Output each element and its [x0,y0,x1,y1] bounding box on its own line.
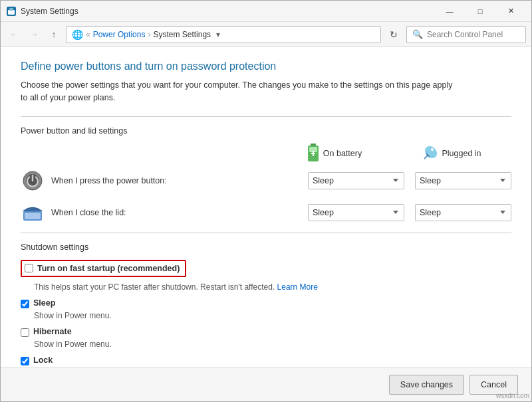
cancel-button[interactable]: Cancel [469,375,518,395]
lid-dropdowns: Sleep Do nothing Hibernate Shut down Tur… [308,204,511,221]
lid-row: When I close the lid: Sleep Do nothing H… [21,201,511,225]
search-input[interactable] [427,30,527,39]
lid-plugged-dropdown[interactable]: Sleep Do nothing Hibernate Shut down Tur… [415,204,511,221]
learn-more-link[interactable]: Learn More [277,282,318,292]
window-title: System Settings [21,7,434,16]
breadcrumb-bar: 🌐 « Power Options › System Settings ▾ [66,26,381,43]
fast-startup-description: This helps start your PC faster after sh… [34,282,511,292]
hibernate-description: Show in Power menu. [34,340,511,349]
column-headers: On battery Plugged in [21,144,511,163]
maximize-button[interactable]: □ [465,1,495,22]
divider-2 [21,233,511,233]
power-button-icon [21,169,45,193]
title-bar: System Settings — □ ✕ [1,1,531,22]
minimize-button[interactable]: — [434,1,465,22]
sleep-checkbox[interactable] [21,300,29,308]
breadcrumb-current: System Settings [153,30,211,39]
window-icon [6,6,17,17]
sleep-row: Sleep [21,298,511,308]
watermark: wsxdn.com [496,392,529,399]
hibernate-row: Hibernate [21,327,511,337]
address-bar: ← → ↑ 🌐 « Power Options › System Setting… [1,22,531,47]
svg-rect-14 [25,213,41,219]
fast-startup-highlight-box: Turn on fast startup (recommended) [21,260,186,277]
search-icon: 🔍 [412,29,423,39]
forward-button[interactable]: → [26,27,42,43]
svg-rect-3 [311,144,316,146]
fast-startup-label[interactable]: Turn on fast startup (recommended) [37,264,180,273]
hibernate-checkbox[interactable] [21,328,29,337]
col-header-plugged: Plugged in [398,144,505,163]
breadcrumb-separator-2: › [148,30,150,39]
shutdown-section-label: Shutdown settings [21,243,511,252]
main-content: Define power buttons and turn on passwor… [1,47,531,367]
laptop-lid-icon [22,203,43,222]
breadcrumb-root-icon: 🌐 [72,29,83,40]
lock-checkbox[interactable] [21,357,29,365]
save-changes-button[interactable]: Save changes [389,375,464,395]
svg-rect-2 [9,8,13,11]
col-battery-label: On battery [323,149,362,158]
sleep-label[interactable]: Sleep [33,298,55,308]
power-button-label: When I press the power button: [51,176,308,185]
back-button[interactable]: ← [6,27,22,43]
shutdown-section: Shutdown settings Turn on fast startup (… [21,243,511,367]
lock-row: Lock [21,355,511,365]
lid-battery-dropdown[interactable]: Sleep Do nothing Hibernate Shut down Tur… [308,204,404,221]
col-header-battery: On battery [281,144,388,163]
window-controls: — □ ✕ [434,1,526,22]
refresh-button[interactable]: ↻ [385,26,402,43]
breadcrumb-dropdown-arrow[interactable]: ▾ [216,30,220,39]
power-plugged-dropdown[interactable]: Sleep Do nothing Hibernate Shut down Tur… [415,172,511,189]
svg-point-10 [431,148,434,151]
col-plugged-label: Plugged in [442,149,481,158]
system-settings-window: System Settings — □ ✕ ← → ↑ 🌐 « Power Op… [0,0,532,402]
lid-icon [21,201,45,225]
power-button-dropdowns: Sleep Do nothing Hibernate Shut down Tur… [308,172,511,189]
breadcrumb-separator-1: « [86,30,90,39]
battery-icon [307,144,319,163]
lock-label[interactable]: Lock [33,355,53,365]
lid-label: When I close the lid: [51,208,308,217]
up-button[interactable]: ↑ [46,27,62,43]
page-title: Define power buttons and turn on passwor… [21,60,511,72]
search-box: 🔍 [406,26,526,43]
close-button[interactable]: ✕ [495,1,526,22]
page-description: Choose the power settings that you want … [21,79,460,104]
breadcrumb-parent[interactable]: Power Options [93,30,146,39]
power-lid-section-label: Power button and lid settings [21,126,511,136]
fast-startup-checkbox[interactable] [25,264,33,272]
divider-1 [21,116,511,117]
power-battery-dropdown[interactable]: Sleep Do nothing Hibernate Shut down Tur… [308,172,404,189]
power-icon [23,171,43,191]
power-button-row: When I press the power button: Sleep Do … [21,169,511,193]
fast-startup-row: Turn on fast startup (recommended) [21,260,511,280]
svg-rect-1 [8,10,15,15]
hibernate-label[interactable]: Hibernate [33,327,72,336]
sleep-description: Show in Power menu. [34,311,511,320]
plugged-in-icon [422,146,438,161]
footer: Save changes Cancel [1,367,531,401]
